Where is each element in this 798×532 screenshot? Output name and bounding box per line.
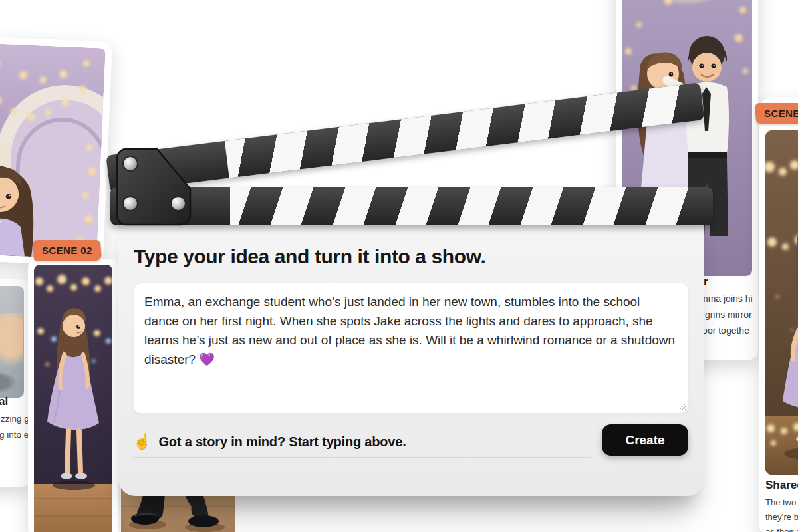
walking-girl-illustration xyxy=(765,130,798,475)
card-line-fragment: The two le xyxy=(765,497,798,507)
card-title-fragment: r xyxy=(704,275,708,289)
blurred-figure xyxy=(0,313,23,372)
scene-card-top-left xyxy=(0,35,112,266)
scene-card-scene02 xyxy=(28,259,118,532)
clapperboard-top-arm xyxy=(106,82,704,192)
scene-card-right-edge: Shared The two le they’re bo as their aw xyxy=(759,98,798,532)
clapper-stripes xyxy=(230,187,706,225)
hinge-plate xyxy=(114,146,196,227)
card-line-fragment: zzing gy xyxy=(1,414,31,424)
rivet-icon xyxy=(123,196,138,211)
scene-image-dance-girl xyxy=(34,265,112,532)
blurred-shoe xyxy=(0,371,17,394)
pointing-up-icon: ☝️ xyxy=(133,434,151,449)
scene-image-archway-girl xyxy=(0,43,106,260)
rivet-icon xyxy=(171,196,186,211)
clapperboard-bottom-bar xyxy=(110,187,713,225)
dance-girl-illustration xyxy=(34,265,112,532)
landing-hero: al zzing gy g into ex xyxy=(0,0,798,532)
scene-badge-label: SCENE 0 xyxy=(764,108,798,119)
scene-badge-right: SCENE 0 xyxy=(755,103,798,124)
hint-text: Got a story in mind? Start typing above. xyxy=(158,434,406,450)
card-line-fragment: they’re bo xyxy=(765,512,798,522)
clapperboard-hinge xyxy=(114,146,196,230)
scene-image-walking-girl xyxy=(765,130,798,475)
scene-badge-label: SCENE 02 xyxy=(42,245,92,256)
card-title-fragment: al xyxy=(0,395,8,408)
idea-input-wrap: Emma, an exchange student who’s just lan… xyxy=(133,283,689,414)
card-line-fragment: loor togethe xyxy=(700,325,749,336)
idea-input[interactable]: Emma, an exchange student who’s just lan… xyxy=(133,283,689,414)
create-button[interactable]: Create xyxy=(602,424,688,456)
archway-girl-illustration xyxy=(0,43,106,260)
rivet-icon xyxy=(123,156,138,171)
card-line-fragment: g into ex xyxy=(0,430,31,440)
scene-badge-02: SCENE 02 xyxy=(33,240,102,261)
scene-card-left-cut: al zzing gy g into ex xyxy=(0,279,31,487)
page-title: Type your idea and turn it into a show. xyxy=(134,245,485,268)
hint-row: ☝️ Got a story in mind? Start typing abo… xyxy=(133,426,591,458)
card-line-fragment: y grins mirror xyxy=(698,309,752,320)
clapperboard-panel: Type your idea and turn it into a show. … xyxy=(118,207,704,496)
card-title-fragment: Shared xyxy=(765,479,798,492)
card-line-fragment: mma joins hi xyxy=(700,293,753,304)
card-line-fragment: as their aw xyxy=(765,527,798,532)
scene-image-left-cut xyxy=(0,286,24,398)
